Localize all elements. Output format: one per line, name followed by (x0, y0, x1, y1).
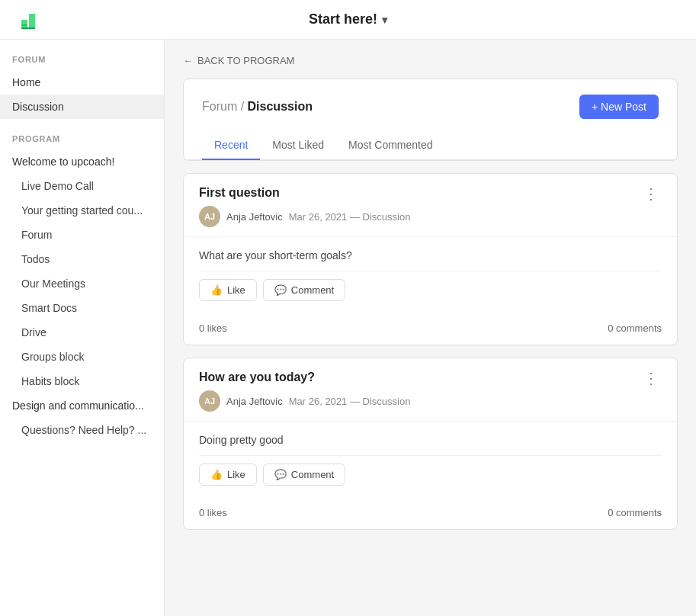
sidebar-item-design[interactable]: Design and communicatio... (0, 393, 164, 418)
comment-button[interactable]: 💬 Comment (263, 279, 345, 301)
svg-rect-1 (29, 14, 35, 29)
back-to-program-link[interactable]: ← BACK TO PROGRAM (183, 55, 678, 66)
like-label: Like (227, 469, 245, 480)
header: Start here! ▾ (0, 0, 696, 40)
post-meta: AJ Anja Jeftovic Mar 26, 2021 — Discussi… (199, 206, 410, 227)
post-meta: AJ Anja Jeftovic Mar 26, 2021 — Discussi… (199, 390, 410, 412)
post-body: Doing pretty good 👍 Like 💬 Comment (184, 421, 677, 501)
program-section-label: PROGRAM (0, 134, 164, 149)
logo (18, 8, 43, 32)
post-footer: 0 likes 0 comments (184, 501, 677, 529)
like-icon: 👍 (210, 284, 223, 296)
sidebar-item-questions[interactable]: Questions? Need Help? ... (0, 418, 164, 442)
body: FORUM Home Discussion PROGRAM Welcome to… (0, 40, 696, 616)
like-button[interactable]: 👍 Like (199, 279, 257, 301)
post-date: Mar 26, 2021 — Discussion (289, 211, 411, 223)
main-content: ← BACK TO PROGRAM Forum / Discussion + N… (165, 40, 696, 616)
post-title: First question (199, 186, 410, 200)
comment-label: Comment (291, 284, 334, 296)
forum-section-label: FORUM (0, 55, 164, 70)
comment-icon: 💬 (274, 469, 287, 480)
post-title-area: How are you today? AJ Anja Jeftovic Mar … (199, 371, 410, 412)
chevron-down-icon: ▾ (382, 14, 387, 26)
tab-most-liked[interactable]: Most Liked (260, 131, 336, 160)
post-title: How are you today? (199, 371, 410, 384)
post-body: What are your short-term goals? 👍 Like 💬… (184, 236, 677, 316)
more-options-button[interactable]: ⋮ (640, 371, 662, 386)
post-content: Doing pretty good (199, 425, 662, 456)
logo-icon (18, 8, 43, 32)
sidebar-item-meetings[interactable]: Our Meetings (0, 271, 164, 296)
sidebar-item-smart-docs[interactable]: Smart Docs (0, 296, 164, 320)
sidebar-item-drive[interactable]: Drive (0, 320, 164, 345)
post-header: How are you today? AJ Anja Jeftovic Mar … (184, 358, 677, 421)
sidebar-item-forum[interactable]: Forum (0, 223, 164, 247)
sidebar-item-groups-block[interactable]: Groups block (0, 345, 164, 369)
post-actions: 👍 Like 💬 Comment (199, 271, 662, 304)
back-arrow-icon: ← (183, 55, 193, 66)
app-container: Start here! ▾ FORUM Home Discussion PROG… (0, 0, 696, 616)
post-author: Anja Jeftovic (226, 396, 283, 407)
comment-button[interactable]: 💬 Comment (263, 464, 345, 486)
comment-label: Comment (291, 469, 334, 480)
post-card: First question AJ Anja Jeftovic Mar 26, … (183, 173, 678, 345)
like-label: Like (227, 284, 245, 296)
comments-count: 0 comments (608, 507, 662, 518)
more-options-button[interactable]: ⋮ (640, 186, 662, 201)
sidebar-item-welcome[interactable]: Welcome to upcoach! (0, 149, 164, 174)
post-date: Mar 26, 2021 — Discussion (289, 396, 411, 407)
svg-rect-3 (21, 27, 35, 29)
post-card: How are you today? AJ Anja Jeftovic Mar … (183, 358, 678, 530)
sidebar-item-live-demo[interactable]: Live Demo Call (0, 174, 164, 198)
sidebar-item-habits-block[interactable]: Habits block (0, 369, 164, 393)
comment-icon: 💬 (274, 284, 287, 296)
post-header: First question AJ Anja Jeftovic Mar 26, … (184, 174, 677, 236)
forum-tabs: Recent Most Liked Most Commented (184, 131, 677, 160)
likes-count: 0 likes (199, 507, 227, 518)
sidebar-item-todos[interactable]: Todos (0, 247, 164, 271)
back-link-text: BACK TO PROGRAM (197, 55, 294, 66)
comments-count: 0 comments (608, 322, 662, 334)
sidebar: FORUM Home Discussion PROGRAM Welcome to… (0, 40, 165, 616)
breadcrumb: Forum / Discussion (202, 100, 313, 114)
sidebar-separator (0, 119, 164, 134)
post-title-area: First question AJ Anja Jeftovic Mar 26, … (199, 186, 410, 227)
like-button[interactable]: 👍 Like (199, 464, 257, 486)
svg-rect-2 (21, 24, 27, 26)
post-footer: 0 likes 0 comments (184, 316, 677, 345)
forum-card: Forum / Discussion + New Post Recent Mos… (183, 79, 678, 161)
forum-header: Forum / Discussion + New Post (202, 95, 659, 119)
sidebar-item-discussion[interactable]: Discussion (0, 95, 164, 119)
tab-recent[interactable]: Recent (202, 131, 260, 160)
like-icon: 👍 (210, 469, 223, 480)
tab-most-commented[interactable]: Most Commented (336, 131, 444, 160)
header-title[interactable]: Start here! ▾ (309, 11, 387, 27)
avatar: AJ (199, 390, 220, 412)
post-author: Anja Jeftovic (226, 211, 283, 223)
post-content: What are your short-term goals? (199, 240, 662, 271)
post-actions: 👍 Like 💬 Comment (199, 456, 662, 489)
likes-count: 0 likes (199, 322, 227, 334)
header-title-text: Start here! (309, 11, 377, 27)
new-post-button[interactable]: + New Post (579, 95, 659, 119)
breadcrumb-prefix: Forum / (202, 100, 248, 113)
sidebar-item-getting-started[interactable]: Your getting started cou... (0, 198, 164, 223)
breadcrumb-current: Discussion (248, 100, 313, 113)
avatar: AJ (199, 206, 220, 227)
sidebar-item-home[interactable]: Home (0, 70, 164, 95)
